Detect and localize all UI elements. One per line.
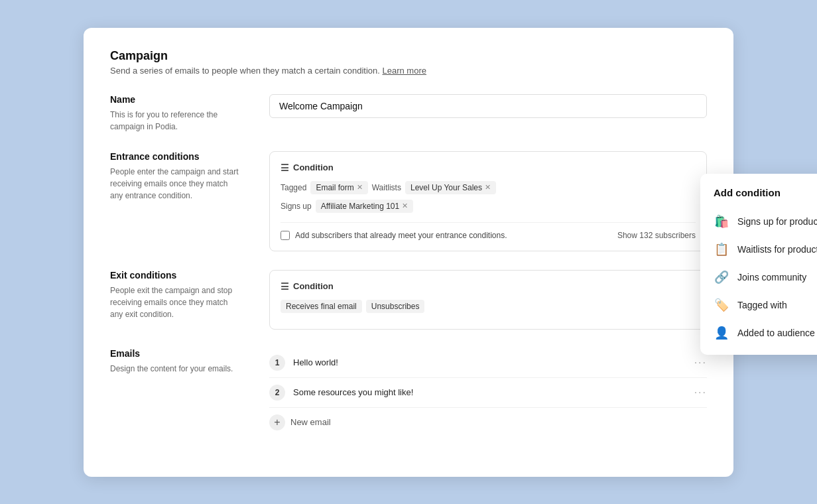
learn-more-link[interactable]: Learn more: [382, 66, 426, 76]
entrance-condition-box: ☰ Condition Tagged Email form ✕ Waitlist…: [269, 151, 707, 251]
entrance-section-title: Entrance conditions: [110, 151, 243, 162]
tagged-label: Tagged: [281, 181, 306, 194]
exit-condition-header[interactable]: ☰ Condition: [281, 281, 696, 292]
exit-condition-box: ☰ Condition Receives final email Unsubsc…: [269, 270, 707, 330]
email-name-1[interactable]: Hello world!: [293, 357, 686, 367]
receives-final-email-tag: Receives final email: [281, 300, 362, 313]
plus-icon: +: [269, 414, 285, 430]
clipboard-icon: 📋: [714, 242, 729, 257]
dropdown-item-joins-community-label: Joins community: [737, 272, 806, 283]
dropdown-item-signs-up-label: Signs up for product: [737, 216, 817, 227]
waitlists-label: Waitlists: [372, 181, 401, 194]
condition-lines-icon: ☰: [281, 162, 289, 173]
dropdown-item-waitlists[interactable]: 📋 Waitlists for product: [700, 235, 817, 263]
dropdown-item-added-to-audience[interactable]: 👤 Added to audience: [700, 319, 817, 347]
email-list: 1 Hello world! ··· 2 Some resources you …: [269, 348, 707, 437]
link-icon: 🔗: [714, 270, 729, 284]
affiliate-tag: Affiliate Marketing 101 ✕: [316, 200, 414, 213]
name-section-right: [269, 94, 707, 133]
entrance-section-desc: People enter the campaign and start rece…: [110, 166, 243, 202]
entrance-checkbox[interactable]: [281, 231, 290, 240]
exit-condition-lines-icon: ☰: [281, 281, 289, 292]
name-section-title: Name: [110, 94, 243, 105]
dropdown-item-tagged-with[interactable]: 🏷️ Tagged with: [700, 291, 817, 319]
show-subscribers-link[interactable]: Show 132 subscribers: [617, 231, 696, 240]
email-item-2: 2 Some resources you might like! ···: [269, 378, 707, 408]
entrance-section-right: ☰ Condition Tagged Email form ✕ Waitlist…: [269, 151, 707, 251]
dropdown-item-waitlists-label: Waitlists for product: [737, 244, 817, 255]
email-num-2: 2: [269, 385, 285, 401]
entrance-condition-label: Condition: [293, 162, 334, 172]
emails-section-title: Emails: [110, 348, 243, 359]
level-up-tag: Level Up Your Sales ✕: [405, 181, 496, 194]
exit-section-desc: People exit the campaign and stop receiv…: [110, 284, 243, 320]
entrance-checkbox-label: Add subscribers that already meet your e…: [295, 231, 507, 240]
exit-condition-label: Condition: [293, 281, 334, 291]
email-item-1: 1 Hello world! ···: [269, 348, 707, 378]
add-condition-dropdown: Add condition 🛍️ Signs up for product 📋 …: [700, 174, 817, 355]
email-menu-1[interactable]: ···: [694, 357, 707, 369]
emails-section-desc: Design the content for your emails.: [110, 363, 243, 375]
exit-section: Exit conditions People exit the campaign…: [110, 270, 707, 330]
entrance-condition-header[interactable]: ☰ Condition: [281, 162, 696, 173]
entrance-tags-row-2: Signs up Affiliate Marketing 101 ✕: [281, 200, 696, 213]
name-section-desc: This is for you to reference the campaig…: [110, 109, 243, 133]
email-form-tag-remove[interactable]: ✕: [357, 184, 363, 191]
exit-section-left: Exit conditions People exit the campaign…: [110, 270, 243, 330]
new-email-label: New email: [290, 417, 331, 427]
entrance-section-left: Entrance conditions People enter the cam…: [110, 151, 243, 251]
dropdown-title: Add condition: [700, 187, 817, 208]
emails-section-right: 1 Hello world! ··· 2 Some resources you …: [269, 348, 707, 437]
email-form-tag: Email form ✕: [310, 181, 367, 194]
entrance-section: Entrance conditions People enter the cam…: [110, 151, 707, 251]
emails-section: Emails Design the content for your email…: [110, 348, 707, 437]
email-name-2[interactable]: Some resources you might like!: [293, 387, 686, 397]
dropdown-item-signs-up[interactable]: 🛍️ Signs up for product: [700, 208, 817, 235]
affiliate-tag-remove[interactable]: ✕: [402, 202, 408, 210]
page-header: Campaign Send a series of emails to peop…: [110, 49, 707, 76]
page-subtitle: Send a series of emails to people when t…: [110, 66, 707, 76]
exit-section-right: ☰ Condition Receives final email Unsubsc…: [269, 270, 707, 330]
dropdown-item-joins-community[interactable]: 🔗 Joins community: [700, 263, 817, 291]
dropdown-item-added-to-audience-label: Added to audience: [737, 328, 815, 338]
new-email-row[interactable]: + New email: [269, 408, 707, 437]
emails-section-left: Emails Design the content for your email…: [110, 348, 243, 437]
signs-up-label: Signs up: [281, 200, 312, 213]
campaign-name-input[interactable]: [269, 94, 707, 118]
page-title: Campaign: [110, 49, 707, 63]
level-up-tag-remove[interactable]: ✕: [485, 184, 491, 191]
entrance-checkbox-row: Add subscribers that already meet your e…: [281, 222, 696, 240]
name-section: Name This is for you to reference the ca…: [110, 94, 707, 133]
name-section-left: Name This is for you to reference the ca…: [110, 94, 243, 133]
unsubscribes-tag: Unsubscribes: [366, 300, 425, 313]
person-icon: 👤: [714, 326, 729, 340]
main-card: Campaign Send a series of emails to peop…: [84, 28, 733, 477]
email-menu-2[interactable]: ···: [694, 387, 707, 399]
tag-icon: 🏷️: [714, 298, 729, 312]
entrance-tags-row: Tagged Email form ✕ Waitlists Level Up Y…: [281, 181, 696, 194]
exit-tags-row: Receives final email Unsubscribes: [281, 300, 696, 313]
exit-section-title: Exit conditions: [110, 270, 243, 281]
email-num-1: 1: [269, 355, 285, 371]
shopping-bag-icon: 🛍️: [714, 214, 729, 229]
dropdown-item-tagged-with-label: Tagged with: [737, 300, 787, 310]
